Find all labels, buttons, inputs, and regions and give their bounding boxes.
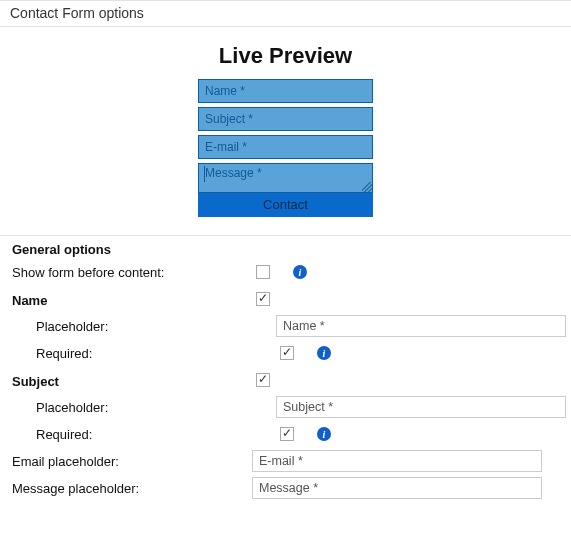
panel-title: Contact Form options — [0, 0, 571, 27]
subject-enabled-checkbox[interactable] — [256, 373, 270, 387]
subject-required-checkbox[interactable] — [280, 427, 294, 441]
name-required-label: Required: — [12, 346, 276, 361]
info-icon[interactable]: i — [317, 427, 331, 441]
general-options-heading: General options — [12, 242, 561, 257]
name-section-heading: Name — [12, 293, 252, 308]
options-panel: General options Show form before content… — [0, 242, 571, 500]
preview-submit-button[interactable]: Contact — [198, 193, 373, 217]
info-icon[interactable]: i — [317, 346, 331, 360]
preview-message-input[interactable]: Message * — [198, 163, 373, 193]
text-caret-icon — [204, 166, 205, 182]
message-placeholder-input[interactable] — [252, 477, 542, 499]
preview-subject-input[interactable]: Subject * — [198, 107, 373, 131]
info-icon[interactable]: i — [293, 265, 307, 279]
name-placeholder-input[interactable] — [276, 315, 566, 337]
email-placeholder-label: Email placeholder: — [12, 454, 252, 469]
preview-email-input[interactable]: E-mail * — [198, 135, 373, 159]
message-placeholder-label: Message placeholder: — [12, 481, 252, 496]
preview-name-input[interactable]: Name * — [198, 79, 373, 103]
subject-section-heading: Subject — [12, 374, 252, 389]
subject-placeholder-label: Placeholder: — [12, 400, 276, 415]
subject-placeholder-input[interactable] — [276, 396, 566, 418]
email-placeholder-input[interactable] — [252, 450, 542, 472]
subject-required-label: Required: — [12, 427, 276, 442]
preview-heading: Live Preview — [0, 43, 571, 69]
name-enabled-checkbox[interactable] — [256, 292, 270, 306]
name-placeholder-label: Placeholder: — [12, 319, 276, 334]
name-required-checkbox[interactable] — [280, 346, 294, 360]
live-preview: Live Preview Name * Subject * E-mail * M… — [0, 27, 571, 223]
show-before-content-label: Show form before content: — [12, 265, 252, 280]
show-before-content-checkbox[interactable] — [256, 265, 270, 279]
section-divider — [0, 235, 571, 236]
preview-form: Name * Subject * E-mail * Message * Cont… — [198, 79, 373, 217]
